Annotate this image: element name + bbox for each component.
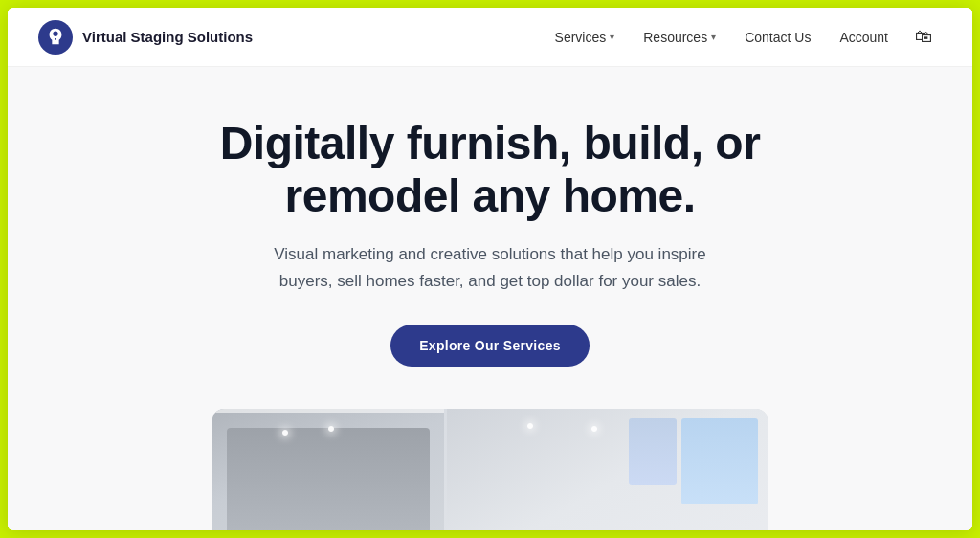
light-spot-2 xyxy=(282,430,288,436)
resources-chevron-icon: ▾ xyxy=(711,32,716,42)
room-right-panel xyxy=(447,409,768,530)
nav-resources[interactable]: Resources ▾ xyxy=(632,22,727,53)
hero-title: Digitally furnish, build, or remodel any… xyxy=(193,117,787,222)
navbar: Virtual Staging Solutions Services ▾ Res… xyxy=(8,8,972,67)
brand-icon xyxy=(45,27,66,48)
room-left-panel xyxy=(212,409,444,530)
cta-button[interactable]: Explore Our Services xyxy=(390,325,590,367)
cart-button[interactable]: 🛍 xyxy=(905,19,942,55)
light-spot-5 xyxy=(656,428,661,434)
logo-area[interactable]: Virtual Staging Solutions xyxy=(38,20,253,55)
brand-name: Virtual Staging Solutions xyxy=(82,29,253,45)
nav-contact[interactable]: Contact Us xyxy=(733,22,822,53)
hero-content: Digitally furnish, build, or remodel any… xyxy=(193,117,787,405)
hero-section: Digitally furnish, build, or remodel any… xyxy=(8,67,972,530)
hero-subtitle: Visual marketing and creative solutions … xyxy=(251,241,729,293)
services-chevron-icon: ▾ xyxy=(610,32,614,42)
room-preview xyxy=(46,409,934,530)
logo-icon xyxy=(38,20,73,55)
browser-window: Virtual Staging Solutions Services ▾ Res… xyxy=(8,8,972,530)
room-image xyxy=(212,409,768,530)
light-spot-1 xyxy=(328,426,334,432)
light-spot-3 xyxy=(527,423,533,429)
nav-services[interactable]: Services ▾ xyxy=(544,22,627,53)
light-spot-4 xyxy=(591,426,597,432)
nav-account[interactable]: Account xyxy=(828,22,900,53)
nav-links: Services ▾ Resources ▾ Contact Us Accoun… xyxy=(544,19,942,55)
